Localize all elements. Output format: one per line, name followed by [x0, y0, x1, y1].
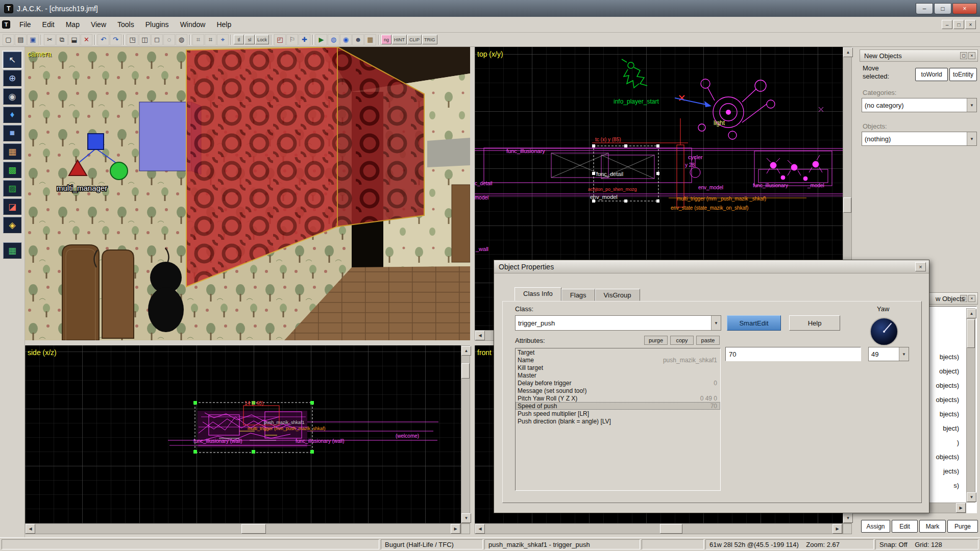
viewport-3d-camera[interactable]: multi_manager camera [25, 47, 470, 340]
scrollbar-track[interactable] [967, 318, 975, 492]
apply-texture-tool-icon[interactable]: ▩ [3, 162, 21, 178]
scroll-right-icon[interactable]: ▶ [451, 524, 460, 534]
mark-button[interactable]: Mark [919, 520, 946, 533]
measure-icon[interactable]: ✚ [299, 34, 310, 45]
scroll-up-icon[interactable]: ▲ [461, 346, 471, 356]
snap-to-grid-icon[interactable]: ⌖ [217, 34, 229, 45]
restore-button[interactable]: □ [934, 3, 951, 14]
cut-icon[interactable]: ✂ [44, 34, 56, 45]
menu-view[interactable]: View [85, 18, 112, 31]
menu-map[interactable]: Map [60, 18, 85, 31]
clip-brush-icon[interactable]: CLIP [407, 35, 422, 44]
lock-icon[interactable]: Lock [255, 35, 269, 44]
menu-tools[interactable]: Tools [112, 18, 140, 31]
vertical-splitter[interactable] [470, 47, 475, 537]
class-dropdown[interactable]: trigger_push ▼ [515, 315, 721, 331]
dialog-close-icon[interactable]: × [915, 262, 926, 271]
player-view-icon[interactable]: ☻ [352, 34, 364, 45]
tab-class-info[interactable]: Class Info [514, 287, 561, 301]
attribute-value-input[interactable] [725, 347, 861, 361]
attribute-row[interactable]: Push speed multiplier [LR] [516, 410, 720, 417]
minimize-button[interactable]: – [916, 3, 933, 14]
categories-dropdown[interactable]: (no category) ▼ [862, 98, 977, 112]
yaw-value-dropdown[interactable]: 49 ▼ [868, 347, 909, 361]
run-map-icon[interactable]: ▶ [315, 34, 327, 45]
dock-pin-icon[interactable]: ◻ [960, 52, 967, 59]
block-tool-icon[interactable]: ■ [3, 125, 21, 141]
objects-list-vscrollbar[interactable]: ▲▼ [966, 308, 975, 503]
to-entity-button[interactable]: toEntity [949, 68, 977, 81]
scrollbar-track[interactable] [35, 524, 451, 534]
texture-application-tool-icon[interactable]: ▦ [3, 143, 21, 160]
world-info-icon[interactable]: ◉ [340, 34, 352, 45]
texture-lock-icon[interactable]: tl [234, 35, 244, 44]
side-viewport-vscrollbar[interactable]: ▲▼ [461, 345, 470, 523]
scrollbar-thumb[interactable] [461, 363, 470, 379]
open-file-icon[interactable]: ▤ [15, 34, 27, 45]
chevron-down-icon[interactable]: ▼ [899, 347, 909, 361]
show-all-icon[interactable]: ◍ [176, 34, 187, 45]
front-viewport-hscrollbar[interactable]: ◀▶ [475, 523, 843, 534]
scale-lock-icon[interactable]: sl [244, 35, 255, 44]
scroll-up-icon[interactable]: ▲ [843, 47, 853, 57]
scroll-left-icon[interactable]: ◀ [26, 524, 35, 534]
menu-help[interactable]: Help [211, 18, 237, 31]
viewport-2d-side[interactable]: side (x/z) 14 (/ 40)push_mazik_shkaf1mul… [25, 345, 461, 523]
redo-icon[interactable]: ↷ [110, 34, 121, 45]
menu-window[interactable]: Window [175, 18, 211, 31]
attribute-row[interactable]: Speed of push70 [516, 402, 720, 410]
object-properties-dialog[interactable]: Object Properties × Class InfoFlagsVisGr… [494, 260, 929, 513]
menu-plugins[interactable]: Plugins [140, 18, 175, 31]
compile-icon[interactable]: ◍ [328, 34, 339, 45]
scrollbar-track[interactable] [461, 356, 470, 513]
paste-icon[interactable]: ⬓ [68, 34, 80, 45]
entity-tool-icon[interactable]: ♦ [3, 107, 21, 123]
undo-icon[interactable]: ↶ [97, 34, 109, 45]
dialog-title-bar[interactable]: Object Properties × [494, 260, 929, 273]
menu-edit[interactable]: Edit [37, 18, 60, 31]
scroll-right-icon[interactable]: ▶ [956, 503, 966, 513]
scroll-up-icon[interactable]: ▲ [967, 309, 976, 318]
scrollbar-thumb[interactable] [241, 524, 266, 534]
scrollbar-thumb[interactable] [660, 524, 682, 534]
scroll-left-icon[interactable]: ◀ [475, 331, 485, 340]
smartedit-button[interactable]: SmartEdit [727, 315, 781, 331]
hide-selected-icon[interactable]: ◌ [163, 34, 175, 45]
objects-dropdown[interactable]: (nothing) ▼ [862, 132, 977, 146]
cordon-icon[interactable]: ◰ [274, 34, 286, 45]
magnify-tool-icon[interactable]: ⊕ [3, 70, 21, 86]
scroll-down-icon[interactable]: ▼ [967, 492, 976, 502]
attribute-row[interactable]: Namepush_mazik_shkaf1 [516, 356, 720, 364]
select-tool-icon[interactable]: ↖ [3, 52, 21, 68]
vertex-tool-icon[interactable]: ◈ [3, 217, 21, 233]
scroll-down-icon[interactable]: ▼ [461, 513, 471, 523]
smaller-grid-icon[interactable]: ⌗ [192, 34, 204, 45]
dock-close-icon[interactable]: × [968, 295, 975, 302]
save-file-icon[interactable]: ▣ [27, 34, 39, 45]
scroll-down-icon[interactable]: ▼ [843, 513, 853, 523]
ungroup-icon[interactable]: ◻ [151, 34, 163, 45]
carve-icon[interactable]: ◳ [127, 34, 138, 45]
scrollbar-track[interactable] [485, 524, 832, 534]
help-button[interactable]: Help [789, 315, 840, 331]
path-tool-icon[interactable]: ▦ [3, 242, 21, 259]
attribute-row[interactable]: Pitch Yaw Roll (Y Z X)0 49 0 [516, 394, 720, 402]
purge-button[interactable]: purge [644, 336, 668, 345]
camera-tool-icon[interactable]: ◉ [3, 88, 21, 105]
yaw-dial[interactable] [870, 317, 898, 346]
no-draw-icon[interactable]: ng [381, 35, 391, 44]
attribute-row[interactable]: Kill target [516, 364, 720, 371]
close-button[interactable]: × [952, 3, 977, 14]
chevron-down-icon[interactable]: ▼ [711, 316, 721, 330]
larger-grid-icon[interactable]: ⌗ [205, 34, 216, 45]
purge-button[interactable]: Purge [947, 520, 978, 533]
chevron-down-icon[interactable]: ▼ [967, 98, 976, 112]
model-browser-icon[interactable]: ▦ [364, 34, 376, 45]
attribute-row[interactable]: Delay before trigger0 [516, 379, 720, 387]
clipping-tool-icon[interactable]: ◪ [3, 198, 21, 215]
mdi-child-icon[interactable]: T [2, 20, 10, 29]
scrollbar-thumb[interactable] [967, 319, 975, 348]
attribute-row[interactable]: Target [516, 348, 720, 356]
side-viewport-hscrollbar[interactable]: ◀▶ [25, 523, 461, 534]
attribute-row[interactable]: Push direction (blank = angle) [LV] [516, 417, 720, 425]
